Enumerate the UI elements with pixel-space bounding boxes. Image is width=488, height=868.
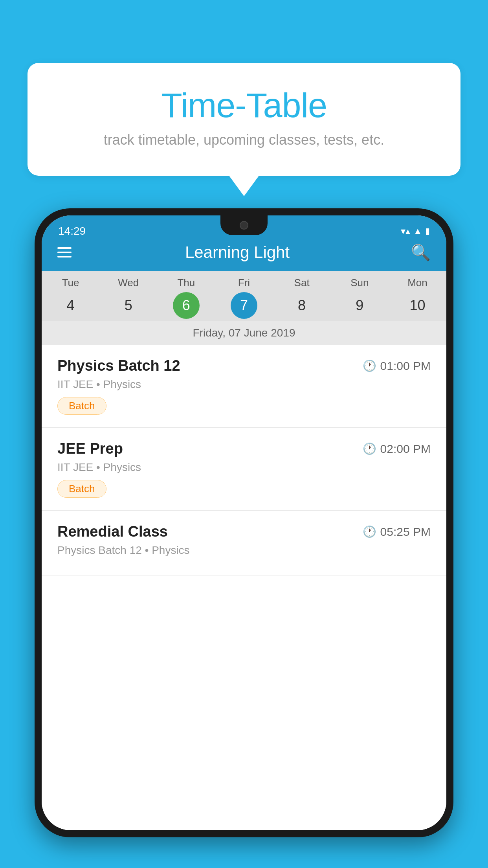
day-name: Sun	[350, 277, 369, 289]
day-number: 6	[173, 292, 200, 319]
clock-icon: 🕐	[363, 359, 376, 372]
camera-dot	[240, 221, 248, 230]
day-name: Tue	[62, 277, 79, 289]
day-number: 8	[288, 292, 315, 319]
hamburger-menu-icon[interactable]	[57, 247, 72, 257]
schedule-item-meta: IIT JEE • Physics	[57, 378, 431, 391]
calendar-day-col[interactable]: Wed5	[99, 277, 157, 319]
status-time: 14:29	[58, 225, 86, 237]
day-number: 4	[57, 292, 84, 319]
clock-icon: 🕐	[363, 525, 376, 538]
schedule-item-name: JEE Prep	[57, 440, 123, 457]
calendar-day-col[interactable]: Fri7	[215, 277, 273, 319]
calendar-day-col[interactable]: Sun9	[331, 277, 389, 319]
day-name: Thu	[177, 277, 195, 289]
hamburger-line-2	[57, 252, 72, 253]
hamburger-line-3	[57, 256, 72, 257]
hamburger-line-1	[57, 247, 72, 249]
speech-bubble-title: Time-Table	[59, 86, 429, 125]
calendar-day-col[interactable]: Tue4	[42, 277, 99, 319]
phone-outer: 14:29 ▾▴ ▲ ▮ Learning Light 🔍	[35, 208, 453, 837]
status-icons: ▾▴ ▲ ▮	[401, 226, 430, 237]
phone-status-bar: 14:29 ▾▴ ▲ ▮	[35, 215, 453, 247]
speech-bubble-arrow	[229, 176, 259, 196]
schedule-item-meta: IIT JEE • Physics	[57, 461, 431, 474]
day-name: Fri	[238, 277, 250, 289]
day-number: 7	[231, 292, 257, 319]
speech-bubble-wrapper: Time-Table track timetable, upcoming cla…	[28, 63, 460, 196]
speech-bubble: Time-Table track timetable, upcoming cla…	[28, 63, 460, 176]
calendar-days-row: Tue4Wed5Thu6Fri7Sat8Sun9Mon10	[42, 271, 446, 321]
calendar-day-col[interactable]: Sat8	[273, 277, 331, 319]
day-name: Wed	[118, 277, 139, 289]
day-number: 5	[115, 292, 142, 319]
battery-icon: ▮	[425, 226, 430, 236]
clock-icon: 🕐	[363, 442, 376, 455]
batch-tag: Batch	[57, 480, 106, 498]
schedule-item-name: Remedial Class	[57, 523, 168, 540]
schedule-list: Physics Batch 12🕐 01:00 PMIIT JEE • Phys…	[42, 345, 446, 830]
day-number: 9	[346, 292, 373, 319]
calendar-section: Tue4Wed5Thu6Fri7Sat8Sun9Mon10 Friday, 07…	[42, 271, 446, 345]
phone-screen: Learning Light 🔍 Tue4Wed5Thu6Fri7Sat8Sun…	[42, 215, 446, 830]
phone-mockup: 14:29 ▾▴ ▲ ▮ Learning Light 🔍	[35, 208, 453, 868]
day-name: Mon	[407, 277, 427, 289]
schedule-item-name: Physics Batch 12	[57, 357, 180, 374]
schedule-item[interactable]: JEE Prep🕐 02:00 PMIIT JEE • PhysicsBatch	[42, 428, 446, 511]
batch-tag: Batch	[57, 397, 106, 415]
schedule-item-time: 🕐 01:00 PM	[363, 359, 431, 373]
schedule-item-time: 🕐 05:25 PM	[363, 525, 431, 539]
calendar-day-col[interactable]: Thu6	[157, 277, 215, 319]
phone-notch	[220, 215, 268, 235]
schedule-item-meta: Physics Batch 12 • Physics	[57, 544, 431, 557]
day-name: Sat	[294, 277, 310, 289]
speech-bubble-subtitle: track timetable, upcoming classes, tests…	[59, 132, 429, 148]
selected-date-label: Friday, 07 June 2019	[42, 321, 446, 345]
schedule-item-time: 🕐 02:00 PM	[363, 442, 431, 456]
schedule-item[interactable]: Physics Batch 12🕐 01:00 PMIIT JEE • Phys…	[42, 345, 446, 428]
schedule-item[interactable]: Remedial Class🕐 05:25 PMPhysics Batch 12…	[42, 511, 446, 576]
signal-icon: ▲	[413, 226, 422, 236]
wifi-icon: ▾▴	[401, 226, 410, 237]
calendar-day-col[interactable]: Mon10	[389, 277, 446, 319]
day-number: 10	[404, 292, 431, 319]
